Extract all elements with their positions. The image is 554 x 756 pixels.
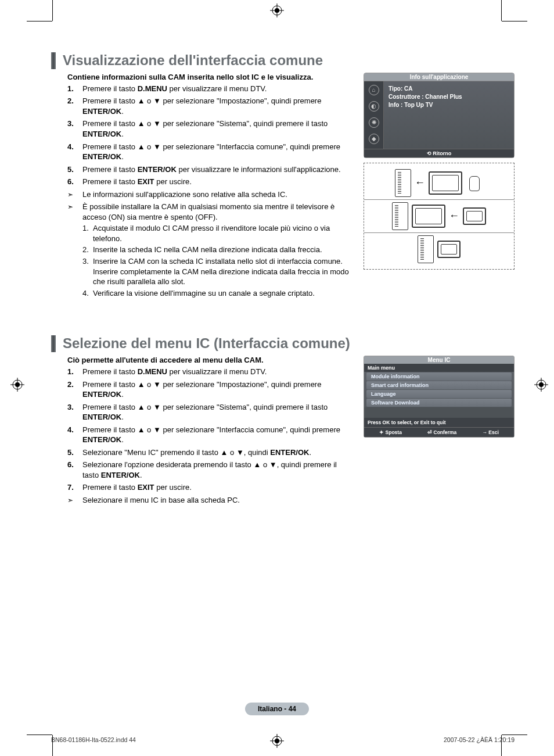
step: Premere il tasto ▲ o ▼ per selezionare "… xyxy=(67,142,353,162)
section1-substeps: Acquistate il modulo CI CAM presso il ri… xyxy=(82,223,353,298)
note: Le informazioni sull'applicazione sono r… xyxy=(67,189,353,200)
section1-steps: Premere il tasto D.MENU per visualizzare… xyxy=(67,84,353,187)
page-content: Visualizzazione dell'interfaccia comune … xyxy=(51,52,515,700)
step: Premere il tasto ▲ o ▼ per selezionare "… xyxy=(67,379,353,400)
osd2-item: Language xyxy=(366,390,512,398)
return-icon: ⟲ xyxy=(427,151,433,156)
step: Selezionare "Menu IC" premendo il tasto … xyxy=(67,447,353,458)
cam-icon xyxy=(412,205,445,228)
cam-icon xyxy=(463,207,486,225)
step: Premere il tasto ▲ o ▼ per selezionare "… xyxy=(67,402,353,422)
heading-bar-icon xyxy=(51,52,56,69)
registration-mark-right xyxy=(534,378,548,392)
osd2-hint: Press OK to select, or Exit to quit xyxy=(364,418,514,427)
section-common-interface-view: Visualizzazione dell'interfaccia comune … xyxy=(51,52,515,300)
cam-icon xyxy=(437,241,461,258)
osd-line: Tipo: CA xyxy=(388,85,509,93)
section2-intro: Ciò permette all'utente di accedere al m… xyxy=(67,356,353,364)
step: Selezionare l'opzione desiderata premend… xyxy=(67,460,353,480)
osd2-title: Menu IC xyxy=(364,356,514,364)
registration-mark-left xyxy=(10,378,24,392)
osd-menu-ic: Menu IC Main menu Module information Sma… xyxy=(364,356,515,438)
step: Premere il tasto EXIT per uscire. xyxy=(67,482,353,493)
note-text: È possibile installare la CAM in qualsia… xyxy=(82,202,334,221)
osd-nav-icon: ✺ xyxy=(369,117,379,128)
osd2-subtitle: Main menu xyxy=(364,364,514,372)
registration-mark-top xyxy=(270,3,284,17)
osd-title: Info sull'applicazione xyxy=(364,73,514,81)
osd2-item: Module information xyxy=(366,372,512,381)
doc-meta-right: 2007-05-22 ¿ÀÈÄ 1:20:19 xyxy=(444,736,515,743)
osd-line: Costruttore : Channel Plus xyxy=(388,93,509,101)
osd-nav-icon: ◆ xyxy=(369,134,379,144)
osd2-foot-item: ✦ Sposta xyxy=(379,429,402,435)
step: Premere il tasto D.MENU per visualizzare… xyxy=(67,367,353,377)
step: Premere il tasto ▲ o ▼ per selezionare "… xyxy=(67,96,353,116)
osd-nav-icon: ◐ xyxy=(369,101,379,112)
osd-app-info: Info sull'applicazione ⌂ ◐ ✺ ◆ Tipo: CA … xyxy=(364,73,515,158)
step: Premere il tasto D.MENU per visualizzare… xyxy=(67,84,353,94)
cam-icon xyxy=(429,171,462,195)
substep: Inserire la CAM con la scheda IC install… xyxy=(82,256,353,287)
slot-icon xyxy=(418,235,434,263)
step: Premere il tasto EXIT per uscire. xyxy=(67,177,353,187)
substep: Inserite la scheda IC nella CAM nella di… xyxy=(82,245,353,255)
step: Premere il tasto ENTER/OK per visualizza… xyxy=(67,164,353,175)
heading-bar-icon xyxy=(51,335,56,352)
section-ic-menu-select: Selezione del menu IC (Interfaccia comun… xyxy=(51,335,515,507)
step: Premere il tasto ▲ o ▼ per selezionare "… xyxy=(67,425,353,445)
note: Selezionare il menu IC in base alla sche… xyxy=(67,495,353,506)
osd2-foot-item: ⏎ Conferma xyxy=(427,429,456,435)
step: Premere il tasto ▲ o ▼ per selezionare "… xyxy=(67,119,353,139)
osd2-foot-item: → Esci xyxy=(482,429,498,435)
note: È possibile installare la CAM in qualsia… xyxy=(67,202,353,298)
osd2-item: Smart card information xyxy=(366,381,512,389)
cam-install-diagram: ← ← xyxy=(364,163,515,270)
section1-title: Visualizzazione dell'interfaccia comune xyxy=(63,52,323,69)
arrow-left-icon: ← xyxy=(449,210,459,222)
substep: Verificare la visione dell'immagine su u… xyxy=(82,288,353,299)
osd2-item: Software Download xyxy=(366,399,512,407)
arrow-left-icon: ← xyxy=(415,177,425,189)
section2-steps: Premere il tasto D.MENU per visualizzare… xyxy=(67,367,353,493)
slot-icon xyxy=(392,202,408,230)
slot-icon xyxy=(395,169,411,197)
section1-intro: Contiene informazioni sulla CAM inserita… xyxy=(67,73,353,81)
section2-title: Selezione del menu IC (Interfaccia comun… xyxy=(63,335,350,352)
osd-nav-icon: ⌂ xyxy=(369,85,379,95)
osd-line: Info : Top Up TV xyxy=(388,101,509,109)
substep: Acquistate il modulo CI CAM presso il ri… xyxy=(82,223,353,243)
page-number-pill: Italiano - 44 xyxy=(245,703,309,715)
registration-mark-bottom xyxy=(270,734,284,748)
hand-icon xyxy=(466,173,483,194)
osd-return: Ritorno xyxy=(433,151,451,156)
doc-meta-left: BN68-01186H-Ita-0522.indd 44 xyxy=(51,736,136,743)
